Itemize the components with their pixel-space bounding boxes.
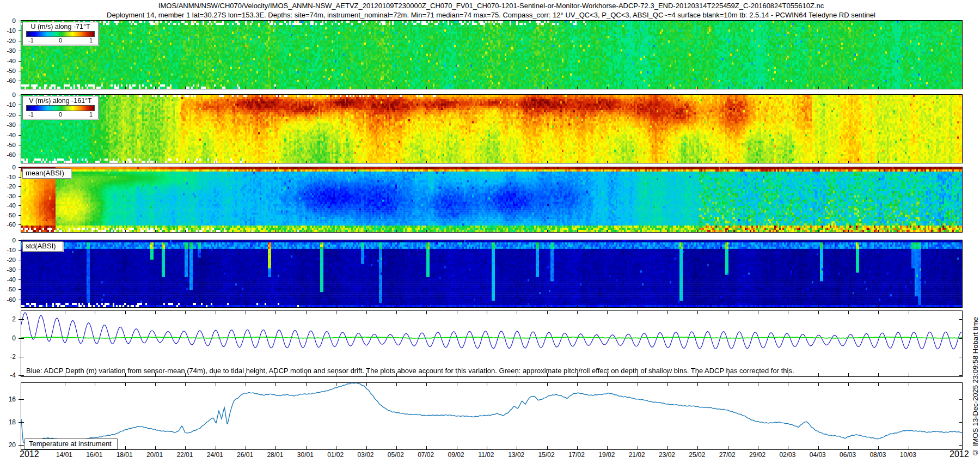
y-tick-label: -10: [0, 246, 16, 254]
figure-title-line2: Deployment 14, member 1 lat=30.27S lon=1…: [21, 11, 961, 19]
y-tick-label: -50: [0, 285, 16, 293]
y-tick-label: -50: [0, 141, 16, 149]
y-tick-mark: [19, 21, 21, 21]
y-tick-label: -60: [0, 221, 16, 228]
y-tick-label: 0: [0, 17, 16, 25]
y-tick-mark: [19, 319, 21, 320]
colorbar-tick-label: -1: [28, 111, 34, 118]
mean-absi-label: mean(ABSI): [22, 168, 71, 179]
y-tick-mark: [19, 260, 21, 260]
y-tick-mark: [19, 51, 21, 51]
std-absi-label: std(ABSI): [22, 241, 63, 252]
y-tick-mark: [19, 135, 21, 136]
adcp-deployment-figure: IMOS/ANMN/NSW/CH070/Velocity/IMOS_ANMN-N…: [0, 0, 980, 463]
y-tick-mark: [19, 81, 21, 81]
y-tick-mark: [19, 270, 21, 270]
y-tick-label: -20: [0, 111, 16, 119]
y-tick-mark: [19, 205, 21, 206]
y-tick-label: -60: [0, 151, 16, 159]
y-tick-mark: [19, 155, 21, 155]
panel-mean-absi: mean(ABSI) 0-10-20-30-40-50-60: [21, 167, 963, 233]
colorbar-tick-label: 0: [59, 111, 62, 118]
imos-watermark: © IMOS 13-Dec-2025 23:09:58 Hobart time: [971, 317, 979, 456]
y-tick-label: 0: [0, 91, 16, 99]
temperature-label: Temperature at instrument: [24, 438, 118, 449]
u-colorbar-legend: U (m/s) along -71°T -101: [22, 22, 99, 45]
y-tick-label: -4: [0, 371, 16, 379]
y-tick-label: -40: [0, 57, 16, 65]
colorbar-tick-label: 0: [59, 37, 62, 44]
y-tick-mark: [19, 125, 21, 125]
y-tick-mark: [19, 177, 21, 178]
panel-u-velocity: U (m/s) along -71°T -101 0-10-20-30-40-5…: [21, 20, 963, 89]
y-tick-mark: [19, 186, 21, 187]
y-tick-mark: [19, 61, 21, 62]
v-colorbar: [26, 105, 95, 111]
y-tick-mark: [19, 215, 21, 216]
y-tick-label: -60: [0, 296, 16, 303]
y-tick-label: -30: [0, 266, 16, 273]
x-axis-year-start: 2012: [20, 449, 39, 459]
y-tick-mark: [19, 71, 21, 71]
y-tick-mark: [19, 250, 21, 251]
std-absi-heatmap: [21, 240, 962, 307]
u-colorbar-ticks: -101: [24, 37, 96, 44]
y-tick-mark: [19, 95, 21, 95]
v-legend-label: V (m/s) along -161°T: [24, 97, 96, 105]
y-tick-mark: [19, 31, 21, 31]
panel-v-velocity: V (m/s) along -161°T -101 0-10-20-30-40-…: [21, 94, 963, 163]
y-tick-mark: [19, 338, 21, 339]
y-tick-label: -20: [0, 182, 16, 190]
panel-depth-variation: Blue: ADCP Depth (m) variation from sens…: [21, 310, 963, 377]
depth-variation-annotation: Blue: ADCP Depth (m) variation from sens…: [26, 367, 794, 375]
y-tick-mark: [19, 167, 21, 168]
y-tick-label: -40: [0, 276, 16, 283]
temperature-line-chart: [21, 383, 962, 449]
y-tick-label: 20: [0, 441, 16, 449]
y-tick-label: -2: [0, 353, 16, 361]
v-colorbar-legend: V (m/s) along -161°T -101: [22, 96, 99, 119]
y-tick-mark: [19, 399, 21, 400]
y-tick-mark: [19, 240, 21, 241]
y-tick-label: 0: [0, 163, 16, 171]
y-tick-label: -10: [0, 101, 16, 108]
y-tick-mark: [19, 105, 21, 105]
y-tick-mark: [19, 145, 21, 145]
y-tick-label: -40: [0, 131, 16, 139]
y-tick-mark: [19, 196, 21, 197]
y-tick-label: 18: [0, 418, 16, 426]
y-tick-label: -10: [0, 173, 16, 181]
y-tick-label: -50: [0, 211, 16, 219]
y-tick-mark: [19, 279, 21, 280]
x-tick-label: 10/03: [891, 451, 926, 459]
y-tick-label: -40: [0, 202, 16, 209]
panel-std-absi: std(ABSI) 0-10-20-30-40-50-60: [21, 240, 963, 308]
y-tick-mark: [19, 224, 21, 225]
u-velocity-heatmap: [21, 21, 962, 89]
y-tick-label: -30: [0, 121, 16, 129]
y-tick-label: 0: [0, 236, 16, 244]
colorbar-tick-label: -1: [28, 37, 34, 44]
y-tick-label: -10: [0, 27, 16, 34]
y-tick-label: -60: [0, 77, 16, 84]
figure-title-line1: IMOS/ANMN/NSW/CH070/Velocity/IMOS_ANMN-N…: [21, 2, 961, 10]
y-tick-label: -20: [0, 37, 16, 45]
panel-temperature: Temperature at instrument 201816: [21, 382, 963, 450]
y-tick-mark: [19, 375, 21, 376]
y-tick-mark: [19, 289, 21, 290]
colorbar-tick-label: 1: [89, 37, 93, 44]
y-tick-label: -20: [0, 256, 16, 264]
y-tick-label: -30: [0, 47, 16, 54]
y-tick-label: 16: [0, 395, 16, 403]
y-tick-label: -30: [0, 192, 16, 200]
y-tick-mark: [19, 41, 21, 41]
x-axis-year-end: 2012: [950, 449, 969, 459]
v-velocity-heatmap: [21, 95, 962, 163]
colorbar-tick-label: 1: [89, 111, 93, 118]
y-tick-mark: [19, 422, 21, 423]
y-tick-label: 2: [0, 315, 16, 323]
v-colorbar-ticks: -101: [24, 111, 96, 118]
y-tick-mark: [19, 115, 21, 115]
u-colorbar: [26, 31, 95, 37]
y-tick-label: -50: [0, 67, 16, 75]
